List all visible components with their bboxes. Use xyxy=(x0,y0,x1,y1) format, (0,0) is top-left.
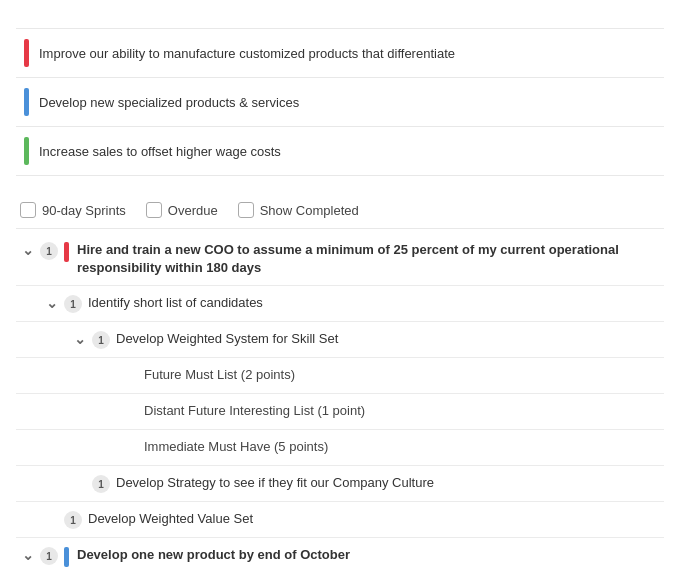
csf-item-text: Increase sales to offset higher wage cos… xyxy=(39,144,281,159)
csf-color-indicator xyxy=(24,137,29,165)
csf-color-indicator xyxy=(24,39,29,67)
no-badge-placeholder xyxy=(120,438,138,456)
task-color-bar xyxy=(64,547,69,567)
task-row: Future Must List (2 points) xyxy=(16,358,664,394)
no-badge-placeholder xyxy=(120,366,138,384)
chevron-placeholder xyxy=(100,438,116,454)
filter-checkbox[interactable] xyxy=(238,202,254,218)
filter-checkbox[interactable] xyxy=(146,202,162,218)
task-color-bar xyxy=(64,242,69,262)
task-number-badge: 1 xyxy=(64,511,82,529)
page-container: Improve our ability to manufacture custo… xyxy=(0,0,680,574)
task-row: Distant Future Interesting List (1 point… xyxy=(16,394,664,430)
task-number-badge: 1 xyxy=(92,331,110,349)
chevron-placeholder xyxy=(44,510,60,526)
task-text: Hire and train a new COO to assume a min… xyxy=(77,241,660,277)
filter-label: Overdue xyxy=(168,203,218,218)
task-text: Identify short list of candidates xyxy=(88,294,660,312)
csf-item: Increase sales to offset higher wage cos… xyxy=(16,127,664,176)
task-row: Immediate Must Have (5 points) xyxy=(16,430,664,466)
filter-item[interactable]: Show Completed xyxy=(238,202,359,218)
task-text: Develop one new product by end of Octobe… xyxy=(77,546,660,564)
csf-item-text: Develop new specialized products & servi… xyxy=(39,95,299,110)
task-text: Develop Strategy to see if they fit our … xyxy=(116,474,660,492)
csf-item-text: Improve our ability to manufacture custo… xyxy=(39,46,455,61)
task-row: ⌄1Identify short list of candidates xyxy=(16,286,664,322)
task-text: Immediate Must Have (5 points) xyxy=(144,438,660,456)
filter-item[interactable]: 90-day Sprints xyxy=(20,202,126,218)
task-number-badge: 1 xyxy=(40,242,58,260)
no-badge-placeholder xyxy=(120,402,138,420)
task-row: ⌄1Develop Weighted System for Skill Set xyxy=(16,322,664,358)
task-number-badge: 1 xyxy=(40,547,58,565)
task-row: ⌄1Hire and train a new COO to assume a m… xyxy=(16,233,664,286)
chevron-placeholder xyxy=(100,402,116,418)
chevron-placeholder xyxy=(72,474,88,490)
filter-checkbox[interactable] xyxy=(20,202,36,218)
task-number-badge: 1 xyxy=(92,475,110,493)
filter-label: Show Completed xyxy=(260,203,359,218)
chevron-down-icon[interactable]: ⌄ xyxy=(20,242,36,258)
task-text: Distant Future Interesting List (1 point… xyxy=(144,402,660,420)
task-row: ⌄1Develop one new product by end of Octo… xyxy=(16,538,664,574)
filter-item[interactable]: Overdue xyxy=(146,202,218,218)
task-text: Develop Weighted System for Skill Set xyxy=(116,330,660,348)
task-tree: ⌄1Hire and train a new COO to assume a m… xyxy=(16,233,664,574)
chevron-down-icon[interactable]: ⌄ xyxy=(72,331,88,347)
csf-color-indicator xyxy=(24,88,29,116)
csf-item: Improve our ability to manufacture custo… xyxy=(16,28,664,78)
filter-label: 90-day Sprints xyxy=(42,203,126,218)
task-row: 1Develop Strategy to see if they fit our… xyxy=(16,466,664,502)
csf-item: Develop new specialized products & servi… xyxy=(16,78,664,127)
task-number-badge: 1 xyxy=(64,295,82,313)
task-text: Develop Weighted Value Set xyxy=(88,510,660,528)
csf-list: Improve our ability to manufacture custo… xyxy=(16,28,664,176)
chevron-down-icon[interactable]: ⌄ xyxy=(44,295,60,311)
filter-bar: 90-day SprintsOverdueShow Completed xyxy=(16,192,664,229)
chevron-down-icon[interactable]: ⌄ xyxy=(20,547,36,563)
task-text: Future Must List (2 points) xyxy=(144,366,660,384)
chevron-placeholder xyxy=(100,366,116,382)
task-row: 1Develop Weighted Value Set xyxy=(16,502,664,538)
